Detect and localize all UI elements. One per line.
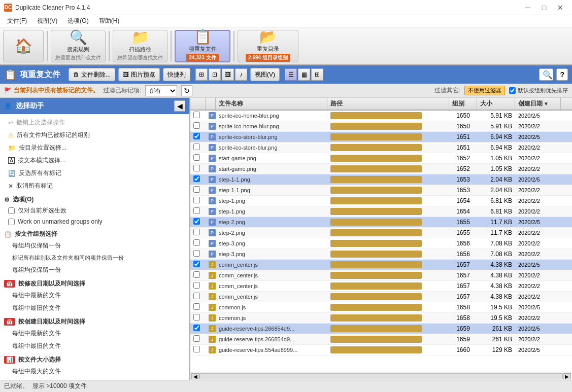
row-checkbox-cell[interactable] — [190, 206, 206, 217]
toolbar-duplicate-dirs[interactable]: 📂 重复目录 2,694 组目录组别 — [238, 30, 298, 62]
table-row[interactable]: J comm_center.js 1657 4.38 KB 2020/2/2 — [190, 292, 572, 302]
row-checkbox-cell[interactable] — [190, 153, 206, 163]
by-dir-location[interactable]: 📁 按目录位置选择... — [0, 141, 189, 154]
menu-options[interactable]: 选项(O) — [62, 16, 93, 26]
by-text-pattern[interactable]: A 按文本模式选择... — [0, 154, 189, 167]
table-row[interactable]: P step-1-1.png 1653 2.04 KB 2020/2/5 — [190, 174, 572, 185]
row-checkbox[interactable] — [193, 303, 200, 310]
row-checkbox-cell[interactable] — [190, 345, 206, 355]
row-checkbox[interactable] — [193, 197, 200, 203]
row-checkbox-cell[interactable] — [190, 281, 206, 291]
table-row[interactable]: P start-game.png 1652 1.05 KB 2020/2/2 — [190, 164, 572, 174]
table-row[interactable]: J guide-reserve-tips.554ae8999... 1660 1… — [190, 345, 572, 355]
preview-button[interactable]: 🖼 图片预览 — [118, 68, 160, 81]
row-checkbox[interactable] — [193, 122, 200, 129]
delete-button[interactable]: 🗑 文件删除... — [69, 68, 115, 81]
menu-view[interactable]: 视图(V) — [32, 16, 62, 26]
table-row[interactable]: P sprite-ico-home-blur.png 1650 5.91 KB … — [190, 111, 572, 121]
row-checkbox[interactable] — [193, 325, 200, 331]
row-checkbox-cell[interactable] — [190, 174, 206, 185]
unmarked-groups-checkbox[interactable] — [8, 219, 15, 225]
sort-checkbox[interactable] — [509, 87, 516, 94]
row-checkbox[interactable] — [193, 207, 200, 214]
row-checkbox-cell[interactable] — [190, 228, 206, 238]
table-row[interactable]: P step-3.png 1656 7.08 KB 2020/2/2 — [190, 249, 572, 260]
table-row[interactable]: J comm_center.js 1657 4.38 KB 2020/2/2 — [190, 281, 572, 292]
th-size[interactable]: 大小 — [477, 98, 515, 110]
table-row[interactable]: P step-3.png 1656 7.08 KB 2020/2/2 — [190, 238, 572, 249]
list-view-details[interactable]: ☰ — [285, 68, 297, 81]
table-row[interactable]: J common.js 1658 19.5 KB 2020/2/5 — [190, 302, 572, 313]
toolbar-search-rules[interactable]: 🔍 搜索规则 您需要查找什么文件 — [51, 30, 106, 62]
newest-modified[interactable]: 每组中最新的文件 — [0, 289, 189, 302]
row-checkbox-cell[interactable] — [190, 260, 206, 270]
search-button[interactable]: 🔍 — [539, 68, 553, 81]
row-checkbox-cell[interactable] — [190, 292, 206, 302]
filter-refresh-button[interactable]: ↻ — [181, 85, 192, 96]
th-checkbox[interactable] — [190, 98, 206, 110]
table-row[interactable]: P step-2.png 1655 11.7 KB 2020/2/2 — [190, 228, 572, 238]
row-checkbox-cell[interactable] — [190, 185, 206, 195]
keep-one-per-group-1[interactable]: 每组均仅保留一份 — [0, 239, 189, 252]
row-checkbox[interactable] — [193, 271, 200, 278]
toolbar-scan-path[interactable]: 📁 扫描路径 您希望在哪查找文件 — [113, 30, 167, 62]
table-row[interactable]: P step-2.png 1655 11.7 KB 2020/2/5 — [190, 217, 572, 228]
largest-file[interactable]: 每组中最大的文件 — [0, 365, 189, 378]
row-checkbox-cell[interactable] — [190, 313, 206, 323]
row-checkbox[interactable] — [193, 186, 200, 193]
view-audio-button[interactable]: ♪ — [235, 68, 247, 81]
th-path[interactable]: 路径 — [327, 98, 449, 110]
hscroll-area[interactable]: ◀ ▶ — [190, 372, 572, 380]
view-grid-button[interactable]: ⊞ — [195, 68, 208, 81]
view-image-button[interactable]: 🖼 — [222, 68, 234, 81]
row-checkbox[interactable] — [193, 293, 200, 299]
maximize-button[interactable]: □ — [536, 3, 552, 13]
collapse-button[interactable]: ◀ — [174, 100, 185, 112]
row-checkbox-cell[interactable] — [190, 334, 206, 344]
undo-action[interactable]: ↩ 撤销上次选择操作 — [0, 114, 189, 129]
toolbar-home[interactable]: 🏠 — [3, 30, 44, 62]
table-row[interactable]: P sprite-ico-store-blur.png 1651 6.94 KB… — [190, 132, 572, 142]
row-checkbox-cell[interactable] — [190, 238, 206, 248]
view-menu-button[interactable]: 视图(V) — [250, 68, 280, 81]
row-checkbox[interactable] — [193, 282, 200, 289]
th-icon[interactable] — [206, 98, 216, 110]
row-checkbox-cell[interactable] — [190, 132, 206, 142]
row-checkbox[interactable] — [193, 346, 200, 352]
table-row[interactable]: J common.js 1658 19.5 KB 2020/2/2 — [190, 313, 572, 324]
row-checkbox[interactable] — [193, 250, 200, 257]
table-row[interactable]: J comm_center.js 1657 4.38 KB 2020/2/2 — [190, 270, 572, 281]
th-name[interactable]: 文件名称 — [216, 98, 327, 110]
row-checkbox-cell[interactable] — [190, 217, 206, 227]
menu-file[interactable]: 文件(F) — [2, 16, 32, 26]
hscroll-left[interactable]: ◀ — [191, 373, 199, 379]
table-row[interactable]: P step-1-1.png 1653 2.04 KB 2020/2/2 — [190, 185, 572, 196]
row-checkbox-cell[interactable] — [190, 302, 206, 312]
row-checkbox[interactable] — [193, 165, 200, 171]
oldest-created[interactable]: 每组中最旧的文件 — [0, 340, 189, 352]
row-checkbox[interactable] — [193, 218, 200, 225]
current-selection-checkbox[interactable] — [8, 207, 15, 214]
row-checkbox[interactable] — [193, 239, 200, 246]
th-group[interactable]: 组别 — [449, 98, 477, 110]
keep-same-folder[interactable]: 标记所有组别以及文件夹相同的项并保留一份 — [0, 252, 189, 264]
table-row[interactable]: P step-1.png 1654 6.81 KB 2020/2/2 — [190, 196, 572, 206]
row-checkbox[interactable] — [193, 261, 200, 267]
row-checkbox[interactable] — [193, 133, 200, 139]
left-panel-scroll[interactable]: ↩ 撤销上次选择操作 ⚠ 所有文件均已被标记的组别 📁 按目录位置选择... A… — [0, 114, 189, 380]
row-checkbox[interactable] — [193, 335, 200, 342]
table-row[interactable]: J guide-reserve-tips.266854d9... 1659 26… — [190, 334, 572, 345]
close-button[interactable]: ✕ — [553, 3, 568, 13]
oldest-modified[interactable]: 每组中最旧的文件 — [0, 302, 189, 314]
row-checkbox[interactable] — [193, 314, 200, 320]
row-checkbox-cell[interactable] — [190, 196, 206, 206]
row-checkbox[interactable] — [193, 112, 200, 118]
row-checkbox-cell[interactable] — [190, 324, 206, 334]
row-checkbox-cell[interactable] — [190, 249, 206, 259]
invert-marks[interactable]: 🔄 反选所有有标记 — [0, 167, 189, 180]
keep-one-per-group-2[interactable]: 每组均仅保留一份 — [0, 264, 189, 276]
row-checkbox[interactable] — [193, 175, 200, 182]
table-body[interactable]: P sprite-ico-home-blur.png 1650 5.91 KB … — [190, 111, 572, 372]
row-checkbox-cell[interactable] — [190, 270, 206, 280]
table-row[interactable]: P step-1.png 1654 6.81 KB 2020/2/2 — [190, 206, 572, 217]
